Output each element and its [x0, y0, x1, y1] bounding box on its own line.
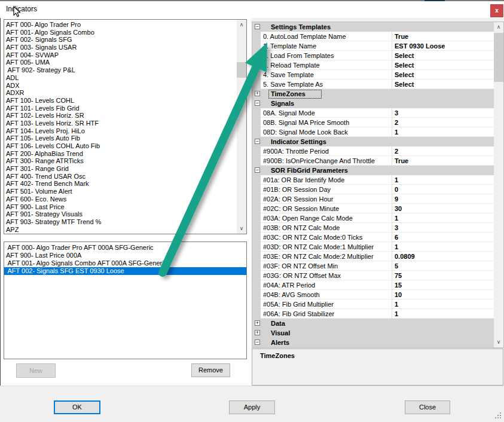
list-item[interactable]: AFT 105- Levels Auto Fib — [4, 134, 237, 142]
property-value[interactable]: 5 — [392, 261, 494, 271]
property-value[interactable]: 1 — [392, 213, 494, 223]
apply-button[interactable]: Apply — [229, 400, 275, 414]
property-value[interactable]: 1 — [392, 299, 494, 309]
property-value[interactable]: Select — [392, 79, 494, 89]
list-item[interactable]: ADL — [4, 74, 237, 82]
property-row[interactable]: #03C: OR NTZ Calc Mode:0 Ticks6 — [252, 233, 494, 242]
property-row[interactable]: #03B: OR NTZ Calc Mode3 — [252, 223, 494, 233]
property-row[interactable]: #03G: OR NTZ Offset Max75 — [252, 271, 494, 280]
property-value[interactable]: Select — [392, 70, 494, 79]
category-row[interactable]: −Indicator Settings — [252, 137, 494, 146]
category-row[interactable]: +Data — [252, 319, 494, 328]
list-item[interactable]: AFT 002- Signals SFG — [4, 36, 237, 44]
list-item[interactable]: AFT 900- Last Price — [4, 203, 237, 211]
collapse-icon[interactable]: − — [255, 167, 260, 173]
scroll-up-icon[interactable]: ∧ — [494, 22, 503, 32]
property-value[interactable]: 9 — [392, 194, 494, 204]
list-item-selected[interactable]: AFT 002- Signals SFG EST 0930 Loose — [4, 267, 246, 275]
property-row[interactable]: #04B: AVG Smooth10 — [252, 290, 494, 299]
property-value[interactable]: 2 — [392, 146, 494, 156]
list-item[interactable]: AFT 301- Range Grid — [4, 165, 237, 173]
property-value[interactable]: 2 — [392, 118, 494, 127]
scrollbar-thumb[interactable] — [494, 33, 503, 82]
category-row[interactable]: −Alerts — [252, 338, 494, 347]
property-value[interactable]: 1 — [392, 127, 494, 137]
category-row[interactable]: +TimeZones — [252, 89, 494, 99]
category-row[interactable]: −Signals — [252, 99, 494, 108]
category-row[interactable]: −Settings Templates — [252, 22, 494, 32]
list-item[interactable]: AFT 402- Trend Bench Mark — [4, 180, 237, 188]
property-row[interactable]: 2. Load From TemplatesSelect — [252, 51, 494, 60]
property-row[interactable]: #01a: OR Bar Identify Mode1 — [252, 175, 494, 185]
list-item[interactable]: AFT 000- Algo Trader Pro — [4, 21, 237, 29]
property-row[interactable]: #06A: Fib Grid Stabilizer1 — [252, 309, 494, 319]
property-row[interactable]: #05A: Fib Grid Multiplier1 — [252, 299, 494, 309]
property-value[interactable]: 1 — [392, 309, 494, 319]
property-value[interactable]: 30 — [392, 204, 494, 213]
list-item[interactable]: AFT 902- Strategy P&L — [4, 66, 237, 74]
list-item[interactable]: ADX — [4, 82, 237, 90]
list-item[interactable]: AFT 300- Range ATRTicks — [4, 157, 237, 165]
new-button[interactable]: New — [16, 363, 56, 378]
close-icon[interactable]: x — [490, 4, 503, 17]
list-item[interactable]: AFT 501- Volume Alert — [4, 188, 237, 195]
list-item[interactable]: AFT 102- Levels Horiz. SR — [4, 112, 237, 120]
property-row[interactable]: #02A: OR Session Hour9 — [252, 194, 494, 204]
property-value[interactable]: 0.0809 — [392, 252, 494, 261]
close-button[interactable]: Close — [405, 400, 450, 414]
list-item[interactable]: AFT 101- Levels Fib Grid — [4, 105, 237, 112]
list-item[interactable]: ADXR — [4, 89, 237, 97]
property-value[interactable]: 3 — [392, 223, 494, 233]
scrollbar-thumb[interactable] — [237, 62, 246, 78]
collapse-icon[interactable]: − — [255, 100, 260, 106]
property-value[interactable]: Select — [392, 51, 494, 60]
property-value[interactable]: 10 — [392, 290, 494, 299]
property-value[interactable]: 0 — [392, 185, 494, 194]
property-row[interactable]: 1. Template NameEST 0930 Loose — [252, 41, 494, 51]
expand-icon[interactable]: + — [255, 320, 260, 326]
category-row[interactable]: +Visual — [252, 328, 494, 338]
list-item[interactable]: AFT 200- AlphaBias Trend — [4, 150, 237, 158]
property-row[interactable]: 08B. Signal MA Price Smooth2 — [252, 118, 494, 127]
indicator-list-scrollbar[interactable]: ∧ ∨ — [237, 20, 246, 234]
property-row[interactable]: #04A: ATR Period15 — [252, 280, 494, 290]
list-item[interactable]: AFT 001- Algo Signals Combo — [4, 29, 237, 36]
property-row[interactable]: 08A. Signal Mode3 — [252, 108, 494, 118]
expand-icon[interactable]: + — [255, 91, 260, 96]
property-value[interactable]: 1 — [392, 175, 494, 185]
list-item[interactable]: AFT 001- Algo Signals Combo AFT 000A SFG… — [4, 259, 246, 267]
list-item[interactable]: AFT 901- Strategy Visuals — [4, 210, 237, 218]
scroll-up-icon[interactable]: ∧ — [237, 20, 246, 30]
list-item[interactable]: AFT 600- Eco. News — [4, 195, 237, 203]
property-value[interactable]: EST 0930 Loose — [392, 41, 494, 51]
list-item[interactable]: AFT 900- Last Price 000A — [4, 252, 246, 259]
property-value[interactable]: 1 — [392, 242, 494, 252]
list-item[interactable]: AFT 106- Levels COHL Auto Fib — [4, 142, 237, 150]
category-row[interactable]: −SOR FibGrid Parameters — [252, 166, 494, 175]
property-value[interactable]: 6 — [392, 233, 494, 242]
property-row[interactable]: 08D: Signal Mode Look Back1 — [252, 127, 494, 137]
property-row[interactable]: #02C: OR Session Minute30 — [252, 204, 494, 213]
property-row[interactable]: #900A: Throttle Period2 — [252, 146, 494, 156]
property-row[interactable]: 0. AutoLoad Template NameTrue — [252, 32, 494, 41]
remove-button[interactable]: Remove — [191, 363, 230, 377]
list-item[interactable]: AFT 903- Strategy MTF Trend % — [4, 218, 237, 226]
list-item[interactable]: APZ — [4, 226, 237, 234]
property-row[interactable]: #900B: IsOnPriceChange And ThrottleTrue — [252, 156, 494, 166]
scroll-down-icon[interactable]: ∨ — [494, 337, 503, 347]
list-item[interactable]: AFT 000- Algo Trader Pro AFT 000A SFG-Ge… — [4, 244, 246, 252]
property-value[interactable]: 75 — [392, 271, 494, 280]
property-row[interactable]: #03D: OR NTZ Calc Mode:1 Multiplier1 — [252, 242, 494, 252]
collapse-icon[interactable]: − — [255, 340, 260, 345]
property-value[interactable]: True — [392, 32, 494, 41]
list-item[interactable]: AFT 104- Levels Proj. HiLo — [4, 127, 237, 135]
property-row[interactable]: 5. Save Template AsSelect — [252, 79, 494, 89]
list-item[interactable]: AFT 100- Levels COHL — [4, 97, 237, 105]
list-item[interactable]: AFT 003- Signals USAR — [4, 44, 237, 51]
property-row[interactable]: #01B: OR Session Day0 — [252, 185, 494, 194]
property-row[interactable]: 3. Reload TemplateSelect — [252, 60, 494, 70]
property-value[interactable]: 3 — [392, 108, 494, 118]
collapse-icon[interactable]: − — [255, 139, 260, 144]
ok-button[interactable]: OK — [54, 400, 100, 414]
property-row[interactable]: #03A: Open Range Calc Mode1 — [252, 213, 494, 223]
